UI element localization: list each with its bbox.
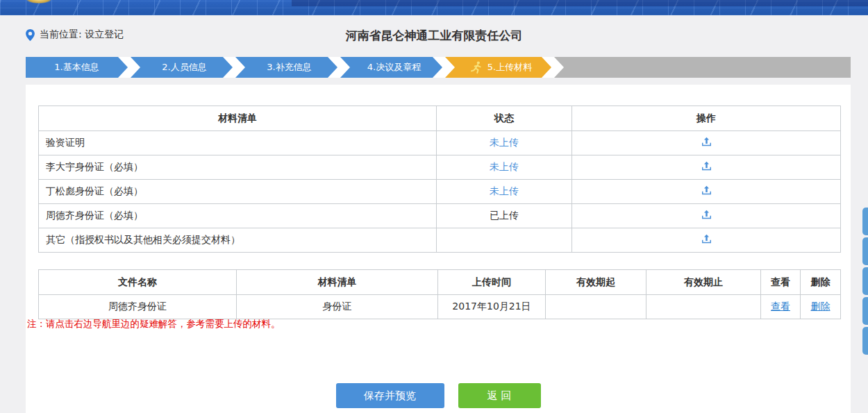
files-header-row: 文件名称 材料清单 上传时间 有效期起 有效期止 查看 删除 (39, 270, 841, 295)
material-name: 丁松彪身份证（必填） (39, 180, 437, 204)
banner-dark-band (292, 0, 868, 6)
step-bar: 1.基本信息 2.人员信息 3.补充信息 4.决议及章程 5.上传材料 (26, 57, 851, 78)
table-row: 验资证明 未上传 (39, 131, 841, 155)
col-material-list: 材料清单 (237, 270, 438, 295)
top-banner (0, 0, 868, 15)
materials-table: 材料清单 状态 操作 验资证明 未上传 李大宇身份证（必填） 未上传 (38, 106, 841, 253)
step-tab-resolution-charter[interactable]: 4.决议及章程 (340, 57, 442, 78)
material-name: 李大宇身份证（必填） (39, 155, 437, 180)
step-label: 2.人员信息 (162, 61, 206, 74)
save-preview-button[interactable]: 保存并预览 (336, 383, 444, 408)
status-text: 未上传 (437, 155, 572, 180)
breadcrumb-label: 当前位置: 设立登记 (40, 28, 124, 41)
file-valid-from (546, 295, 646, 319)
step-label: 1.基本信息 (54, 61, 99, 74)
material-name: 验资证明 (39, 131, 437, 155)
upload-icon[interactable] (701, 136, 712, 148)
side-nav-tab[interactable] (862, 208, 868, 235)
table-row: 周德齐身份证 身份证 2017年10月21日 查看 删除 (39, 295, 841, 319)
file-name: 周德齐身份证 (39, 295, 237, 319)
col-operation: 操作 (572, 106, 841, 131)
runner-icon (470, 60, 483, 75)
table-row: 李大宇身份证（必填） 未上传 (39, 155, 841, 180)
upload-icon[interactable] (701, 160, 712, 172)
action-buttons: 保存并预览 返 回 (26, 383, 851, 408)
step-label: 3.补充信息 (267, 61, 311, 74)
col-status: 状态 (437, 106, 572, 131)
delete-link[interactable]: 删除 (811, 301, 831, 312)
upload-icon[interactable] (701, 185, 712, 196)
upload-icon[interactable] (701, 209, 712, 221)
col-delete: 删除 (801, 270, 841, 295)
side-nav-tab[interactable] (862, 327, 868, 355)
main-panel: 材料清单 状态 操作 验资证明 未上传 李大宇身份证（必填） 未上传 (26, 85, 851, 413)
table-row: 其它（指授权书以及其他相关必须提交材料） (39, 228, 841, 253)
location-pin-icon (26, 29, 35, 41)
side-nav-tab[interactable] (862, 267, 868, 295)
col-material-list: 材料清单 (39, 106, 437, 131)
status-text: 已上传 (437, 204, 572, 228)
col-valid-to: 有效期止 (646, 270, 761, 295)
step-tab-supplementary-info[interactable]: 3.补充信息 (235, 57, 337, 78)
upload-icon[interactable] (701, 233, 712, 245)
col-upload-time: 上传时间 (438, 270, 546, 295)
back-button[interactable]: 返 回 (458, 383, 541, 408)
materials-header-row: 材料清单 状态 操作 (39, 106, 841, 131)
note-text: 注：请点击右边导航里边的疑难解答，参考需要上传的材料。 (27, 318, 281, 330)
col-view: 查看 (761, 270, 801, 295)
material-name: 其它（指授权书以及其他相关必须提交材料） (39, 228, 437, 253)
side-nav (862, 208, 868, 355)
step-label: 5.上传材料 (487, 61, 532, 74)
status-text: 未上传 (437, 180, 572, 204)
col-file-name: 文件名称 (39, 270, 237, 295)
material-name: 周德齐身份证（必填） (39, 204, 437, 228)
step-tab-basic-info[interactable]: 1.基本信息 (26, 57, 128, 78)
status-text: 未上传 (437, 131, 572, 155)
table-row: 周德齐身份证（必填） 已上传 (39, 204, 841, 228)
file-valid-to (646, 295, 761, 319)
side-nav-tab[interactable] (862, 297, 868, 325)
view-link[interactable]: 查看 (771, 301, 790, 312)
step-bar-filler (554, 57, 851, 78)
col-valid-from: 有效期起 (546, 270, 646, 295)
side-nav-tab[interactable] (862, 237, 868, 265)
page-title: 河南省昆仑神通工业有限责任公司 (0, 28, 868, 44)
status-text (437, 228, 572, 253)
breadcrumb: 当前位置: 设立登记 (26, 26, 124, 43)
uploaded-files-table: 文件名称 材料清单 上传时间 有效期起 有效期止 查看 删除 周德齐身份证 身份… (38, 269, 841, 319)
file-upload-time: 2017年10月21日 (438, 295, 546, 319)
table-row: 丁松彪身份证（必填） 未上传 (39, 180, 841, 204)
file-material: 身份证 (237, 295, 438, 319)
step-tab-upload-materials[interactable]: 5.上传材料 (445, 57, 551, 78)
step-label: 4.决议及章程 (367, 61, 421, 74)
step-tab-personnel-info[interactable]: 2.人员信息 (131, 57, 233, 78)
